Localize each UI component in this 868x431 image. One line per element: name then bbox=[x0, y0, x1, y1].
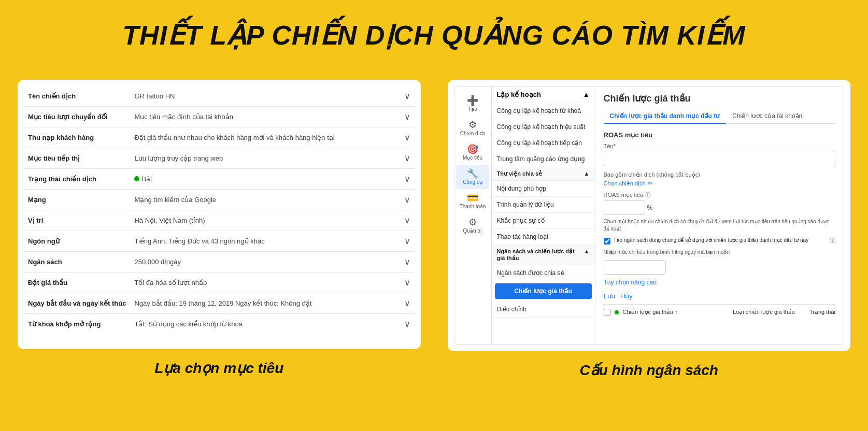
sidebar-item-label: Thanh toán bbox=[460, 204, 486, 209]
cancel-button[interactable]: Hủy bbox=[620, 292, 633, 300]
table-row[interactable]: Mục tiêu lượt chuyển đổiMục tiêu mặc địn… bbox=[24, 107, 415, 127]
row-arrow-icon[interactable]: ∨ bbox=[396, 293, 415, 314]
status-dot bbox=[134, 176, 139, 181]
ads-sidebar: ➕Tạo⚙Chiến dịch🎯Mục tiêu🔧Công cụ💳Thanh t… bbox=[454, 87, 492, 344]
table-row[interactable]: Mục tiêu tiếp thịLưu lượng truy cập tran… bbox=[24, 148, 415, 169]
panels-container: Tên chiến dịchGR tattoo HN∨Mục tiêu lượt… bbox=[10, 73, 858, 389]
shared-budget-label: Tạo ngân sách dùng chung để sử dụng với … bbox=[614, 237, 827, 244]
shared-budget-checkbox[interactable] bbox=[604, 238, 610, 245]
menu-item[interactable]: Công cụ lập kế hoạch tiếp cận bbox=[492, 135, 595, 151]
sidebar-item-chiến-dịch[interactable]: ⚙Chiến dịch bbox=[456, 116, 489, 140]
chevron-up-icon: ▲ bbox=[583, 91, 590, 98]
row-label: Ngôn ngữ bbox=[24, 231, 130, 252]
table-row[interactable]: Thu nạp khách hàngĐặt giá thầu như nhau … bbox=[24, 127, 415, 148]
action-buttons: Lưu Hủy bbox=[604, 292, 836, 300]
sidebar-icon: 🎯 bbox=[467, 145, 478, 154]
sidebar-icon: 💳 bbox=[467, 193, 478, 203]
sidebar-item-công-cụ[interactable]: 🔧Công cụ bbox=[456, 165, 489, 189]
right-panel: ➕Tạo⚙Chiến dịch🎯Mục tiêu🔧Công cụ💳Thanh t… bbox=[440, 73, 858, 389]
tab-account[interactable]: Chiến lược của tài khoản bbox=[726, 109, 808, 124]
table-row[interactable]: Ngôn ngữTiếng Anh, Tiếng Đức và 43 ngôn … bbox=[24, 231, 415, 252]
roas-info-icon[interactable]: ⓘ bbox=[645, 192, 650, 198]
menu-item[interactable]: Thao tác hàng loạt bbox=[492, 229, 595, 245]
menu-section-header: Thư viện chia sẻ▲ bbox=[492, 167, 595, 181]
pencil-icon[interactable]: ✏ bbox=[648, 180, 653, 187]
name-input[interactable] bbox=[604, 151, 836, 166]
row-label: Ngày bắt đầu và ngày kết thúc bbox=[24, 293, 130, 314]
table-row[interactable]: Đặt giá thầuTối đa hóa số lượt nhấp∨ bbox=[24, 272, 415, 293]
left-panel-label: Lựa chọn mục tiêu bbox=[18, 356, 421, 380]
row-label: Mục tiêu lượt chuyển đổi bbox=[24, 107, 130, 127]
roas-percent-input[interactable] bbox=[604, 200, 645, 215]
row-label: Trạng thái chiến dịch bbox=[24, 169, 130, 190]
row-arrow-icon[interactable]: ∨ bbox=[396, 148, 415, 169]
row-arrow-icon[interactable]: ∨ bbox=[396, 210, 415, 231]
row-arrow-icon[interactable]: ∨ bbox=[396, 127, 415, 148]
menu-item[interactable]: Trình quản lý dữ liệu bbox=[492, 197, 595, 213]
menu-section-header: Ngân sách và chiến lược đặt giá thầu▲ bbox=[492, 245, 595, 265]
right-panel-label: Cấu hình ngân sách bbox=[448, 358, 851, 382]
percent-symbol: % bbox=[647, 204, 653, 211]
campaign-settings-table: Tên chiến dịchGR tattoo HN∨Mục tiêu lượt… bbox=[24, 86, 415, 334]
row-arrow-icon[interactable]: ∨ bbox=[396, 252, 415, 272]
sidebar-item-label: Công cụ bbox=[463, 179, 482, 185]
sidebar-item-label: Tạo bbox=[468, 106, 477, 112]
menu-item[interactable]: Nội dung phù hợp bbox=[492, 181, 595, 197]
table-row[interactable]: Từ khoá khớp mở rộngTắt: Sử dụng các kiể… bbox=[24, 314, 415, 335]
choose-campaign-link[interactable]: Chọn chiến dịch bbox=[604, 180, 646, 187]
bidding-section-title: Chiến lược giá thầu bbox=[604, 93, 836, 104]
sidebar-icon: 🔧 bbox=[467, 169, 478, 178]
sidebar-icon: ⚙ bbox=[468, 218, 477, 227]
sidebar-item-thanh-toán[interactable]: 💳Thanh toán bbox=[456, 189, 489, 213]
row-arrow-icon[interactable]: ∨ bbox=[396, 169, 415, 190]
advanced-options-link[interactable]: Tùy chọn nâng cao bbox=[604, 279, 836, 286]
shared-budget-checkbox-row: Tạo ngân sách dùng chung để sử dụng với … bbox=[604, 237, 836, 245]
sidebar-icon: ⚙ bbox=[468, 120, 477, 130]
budget-info-icon[interactable]: ⓘ bbox=[830, 237, 835, 245]
sidebar-item-tạo[interactable]: ➕Tạo bbox=[456, 92, 489, 116]
menu-item[interactable]: Trung tâm quảng cáo ứng dụng bbox=[492, 151, 595, 167]
daily-budget-label: Nhập mức chi tiêu trung bình hằng ngày m… bbox=[604, 249, 836, 256]
menu-item[interactable]: Điều chỉnh bbox=[492, 301, 595, 318]
row-arrow-icon[interactable]: ∨ bbox=[396, 86, 415, 107]
tab-portfolio[interactable]: Chiến lược giá thầu danh mục đầu tư bbox=[604, 109, 727, 124]
table-row[interactable]: MạngMạng tìm kiếm của Google∨ bbox=[24, 190, 415, 210]
row-label: Từ khoá khớp mở rộng bbox=[24, 314, 130, 335]
roas-input-row: % bbox=[604, 200, 836, 215]
menu-item[interactable]: Ngân sách được chia sẻ bbox=[492, 265, 595, 281]
middle-menu-title: Lập kế hoạch bbox=[497, 91, 541, 98]
menu-item[interactable]: Khắc phục sự cố bbox=[492, 213, 595, 229]
table-row[interactable]: Trạng thái chiến dịchBật∨ bbox=[24, 169, 415, 190]
menu-item[interactable]: Công cụ lập kế hoạch hiệu suất bbox=[492, 119, 595, 135]
table-row[interactable]: Ngày bắt đầu và ngày kết thúcNgày bắt đầ… bbox=[24, 293, 415, 314]
campaign-label: Bao gồm chiến dịch (không bắt buộc) bbox=[604, 171, 836, 178]
table-row[interactable]: Vị tríHà Nội, Việt Nam (tỉnh)∨ bbox=[24, 210, 415, 231]
menu-item[interactable]: Công cụ lập kế hoạch từ khoá bbox=[492, 103, 595, 119]
row-value: 250.000 đ/ngày bbox=[130, 252, 395, 272]
sidebar-item-label: Mục tiêu bbox=[463, 155, 482, 161]
save-button[interactable]: Lưu bbox=[604, 292, 615, 300]
currency-input-row: đ bbox=[604, 260, 666, 275]
tab-bar: Chiến lược giá thầu danh mục đầu tư Chiế… bbox=[604, 109, 836, 124]
row-label: Đặt giá thầu bbox=[24, 272, 130, 293]
daily-budget-input[interactable] bbox=[604, 261, 666, 274]
ads-middle-menu: Lập kế hoạch ▲ Công cụ lập kế hoạch từ k… bbox=[492, 87, 595, 344]
row-label: Thu nạp khách hàng bbox=[24, 127, 130, 148]
sidebar-item-label: Quản trị bbox=[463, 228, 482, 234]
row-value: Ngày bắt đầu: 19 tháng 12, 2019 Ngày kết… bbox=[130, 293, 395, 314]
left-panel: Tên chiến dịchGR tattoo HN∨Mục tiêu lượt… bbox=[10, 73, 428, 389]
row-value: Bật bbox=[130, 169, 395, 190]
row-arrow-icon[interactable]: ∨ bbox=[396, 107, 415, 127]
table-row[interactable]: Tên chiến dịchGR tattoo HN∨ bbox=[24, 86, 415, 107]
roas-help-text: Chọn một hoặc nhiều chiến dịch có chuyển… bbox=[604, 218, 836, 233]
row-arrow-icon[interactable]: ∨ bbox=[396, 190, 415, 210]
row-arrow-icon[interactable]: ∨ bbox=[396, 272, 415, 293]
sidebar-item-quản-trị[interactable]: ⚙Quản trị bbox=[456, 213, 489, 238]
row-arrow-icon[interactable]: ∨ bbox=[396, 314, 415, 335]
menu-item-bidding-strategy[interactable]: Chiến lược giá thầu bbox=[495, 283, 592, 299]
bottom-checkbox[interactable] bbox=[604, 309, 610, 315]
row-label: Mạng bbox=[24, 190, 130, 210]
table-row[interactable]: Ngân sách250.000 đ/ngày∨ bbox=[24, 252, 415, 272]
sidebar-item-mục-tiêu[interactable]: 🎯Mục tiêu bbox=[456, 140, 489, 165]
row-arrow-icon[interactable]: ∨ bbox=[396, 231, 415, 252]
